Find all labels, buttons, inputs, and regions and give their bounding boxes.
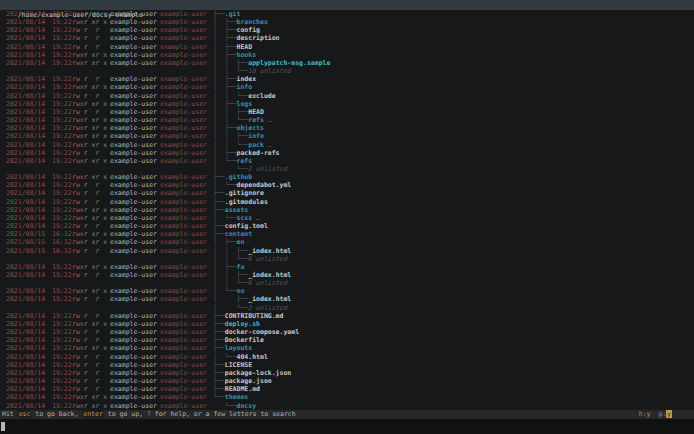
text-cursor: [1, 422, 5, 431]
file-name: HEAD: [248, 108, 264, 116]
file-time: 16:32: [52, 238, 72, 246]
file-owner: example-user: [110, 336, 157, 344]
file-name: package.json: [225, 377, 272, 385]
file-row[interactable]: 2021/08/1419:22rwxr xr xexample-userexam…: [0, 173, 694, 181]
tree-branch: │ │ ├──: [213, 108, 248, 116]
unlisted-row[interactable]: │ │ └──10 unlisted: [0, 67, 694, 75]
file-row[interactable]: 2021/08/1419:22rw r r example-userexampl…: [0, 149, 694, 157]
file-row[interactable]: 2021/08/1419:22rwxr xr xexample-userexam…: [0, 10, 694, 18]
file-row[interactable]: 2021/08/1419:22rwxr xr xexample-userexam…: [0, 287, 694, 295]
perm-other: r x: [96, 402, 108, 410]
search-input[interactable]: [0, 419, 694, 434]
file-permissions: rwxr xr x: [72, 10, 107, 18]
perm-other: r x: [96, 116, 108, 124]
tree-cell: │ └──scss …: [213, 214, 260, 222]
file-time: 19:22: [52, 336, 72, 344]
file-row[interactable]: 2021/08/1419:22rw r r example-userexampl…: [0, 181, 694, 189]
tree-branch: │ ├──: [213, 295, 248, 303]
perm-other: r: [96, 361, 108, 369]
tree-branch: │ ├──: [213, 43, 236, 51]
file-row[interactable]: 2021/08/1419:22rwxr xr xexample-userexam…: [0, 83, 694, 91]
file-row[interactable]: 2021/08/1419:22rw r r example-userexampl…: [0, 43, 694, 51]
file-permissions: rw r r: [72, 181, 107, 189]
file-row[interactable]: 2021/08/1419:22rw r r example-userexampl…: [0, 75, 694, 83]
tree-cell: │ ├──fa: [213, 263, 244, 271]
file-permissions: rw r r: [72, 75, 107, 83]
file-row[interactable]: 2021/08/1419:22rwxr xr xexample-userexam…: [0, 263, 694, 271]
tree-cell: ├──package-lock.json: [213, 369, 291, 377]
unlisted-row[interactable]: │ │ └──6 unlisted: [0, 279, 694, 287]
file-permissions: rw r r: [72, 149, 107, 157]
file-name: objects: [236, 124, 263, 132]
file-name: _index.html: [248, 247, 291, 255]
file-name: _index.html: [248, 295, 291, 303]
file-date: 2021/08/14: [6, 336, 45, 344]
tree-cell: │ │ └──refs …: [213, 116, 272, 124]
file-row[interactable]: 2021/08/1419:22rwxr xr xexample-userexam…: [0, 206, 694, 214]
perm-other: r: [96, 92, 108, 100]
file-time: 19:22: [52, 328, 72, 336]
file-row[interactable]: 2021/08/1419:22rw r r example-userexampl…: [0, 361, 694, 369]
file-row[interactable]: 2021/08/1419:22rwxr xr xexample-userexam…: [0, 100, 694, 108]
file-time: 16:32: [52, 247, 72, 255]
tree-cell: ├──layouts: [213, 344, 252, 352]
file-row[interactable]: 2021/08/1419:22rwxr xr xexample-userexam…: [0, 157, 694, 165]
file-row[interactable]: 2021/08/1419:22rw r r example-userexampl…: [0, 312, 694, 320]
tree-cell: └──themes: [213, 393, 248, 401]
tree-cell: │ ├──packed-refs: [213, 149, 280, 157]
file-row[interactable]: 2021/08/1419:22rwxr xr xexample-userexam…: [0, 59, 694, 67]
file-time: 19:22: [52, 10, 72, 18]
tree-branch: │ │ └──: [213, 255, 248, 263]
file-row[interactable]: 2021/08/1419:22rwxr xr xexample-userexam…: [0, 402, 694, 410]
file-permissions: rwxr xr x: [72, 263, 107, 271]
file-row[interactable]: 2021/08/1419:22rwxr xr xexample-userexam…: [0, 51, 694, 59]
file-row[interactable]: 2021/08/1516:32rwxr xr xexample-userexam…: [0, 230, 694, 238]
file-date: 2021/08/14: [6, 189, 45, 197]
file-row[interactable]: 2021/08/1419:22rw r r example-userexampl…: [0, 377, 694, 385]
file-name: fa: [236, 263, 244, 271]
file-row[interactable]: 2021/08/1516:32rw r r example-userexampl…: [0, 247, 694, 255]
file-permissions: rwxr xr x: [72, 59, 107, 67]
file-row[interactable]: 2021/08/1419:22rw r r example-userexampl…: [0, 369, 694, 377]
perm-owner: rw: [72, 108, 84, 116]
perm-owner: rwx: [72, 116, 84, 124]
status-hints: Hit esc to go back, enter to go up, ? fo…: [2, 410, 296, 419]
unlisted-row[interactable]: │ │ └──6 unlisted: [0, 255, 694, 263]
unlisted-row[interactable]: │ └──2 unlisted: [0, 304, 694, 312]
file-row[interactable]: 2021/08/1419:22rwxr xr xexample-userexam…: [0, 132, 694, 140]
file-owner: example-user: [110, 51, 157, 59]
file-row[interactable]: 2021/08/1419:22rw r r example-userexampl…: [0, 336, 694, 344]
perm-group: r: [84, 328, 96, 336]
file-name: config.toml: [225, 222, 268, 230]
file-row[interactable]: 2021/08/1516:32rwxr xr xexample-userexam…: [0, 238, 694, 246]
file-group: example-user: [160, 181, 207, 189]
unlisted-row[interactable]: │ └──2 unlisted: [0, 165, 694, 173]
file-tree: 2021/08/1419:22rwxr xr xexample-userexam…: [0, 10, 694, 410]
file-row[interactable]: 2021/08/1419:22rw r r example-userexampl…: [0, 295, 694, 303]
file-row[interactable]: 2021/08/1419:22rwxr xr xexample-userexam…: [0, 141, 694, 149]
file-row[interactable]: 2021/08/1419:22rw r r example-userexampl…: [0, 26, 694, 34]
file-row[interactable]: 2021/08/1419:22rwxr xr xexample-userexam…: [0, 116, 694, 124]
file-date: 2021/08/14: [6, 295, 45, 303]
file-row[interactable]: 2021/08/1419:22rw r r example-userexampl…: [0, 108, 694, 116]
perm-owner: rw: [72, 43, 84, 51]
file-row[interactable]: 2021/08/1419:22rw r r example-userexampl…: [0, 353, 694, 361]
file-group: example-user: [160, 222, 207, 230]
file-time: 19:22: [52, 263, 72, 271]
file-row[interactable]: 2021/08/1419:22rwxr xr xexample-userexam…: [0, 320, 694, 328]
file-row[interactable]: 2021/08/1419:22rwxr xr xexample-userexam…: [0, 344, 694, 352]
file-row[interactable]: 2021/08/1419:22rw r r example-userexampl…: [0, 189, 694, 197]
file-row[interactable]: 2021/08/1419:22rw r r example-userexampl…: [0, 328, 694, 336]
file-row[interactable]: 2021/08/1419:22rw r r example-userexampl…: [0, 385, 694, 393]
file-row[interactable]: 2021/08/1419:22rwxr xr xexample-userexam…: [0, 214, 694, 222]
tree-branch: │ └──: [213, 157, 236, 165]
file-row[interactable]: 2021/08/1419:22rw r r example-userexampl…: [0, 198, 694, 206]
file-row[interactable]: 2021/08/1419:22rw r r example-userexampl…: [0, 34, 694, 42]
file-row[interactable]: 2021/08/1419:22rw r r example-userexampl…: [0, 92, 694, 100]
file-row[interactable]: 2021/08/1419:22rwxr xr xexample-userexam…: [0, 124, 694, 132]
perm-group: r x: [84, 51, 96, 59]
file-row[interactable]: 2021/08/1419:22rw r r example-userexampl…: [0, 222, 694, 230]
file-row[interactable]: 2021/08/1419:22rw r r example-userexampl…: [0, 271, 694, 279]
file-row[interactable]: 2021/08/1419:22rwxr xr xexample-userexam…: [0, 18, 694, 26]
file-row[interactable]: 2021/08/1419:22rwxr xr xexample-userexam…: [0, 393, 694, 401]
